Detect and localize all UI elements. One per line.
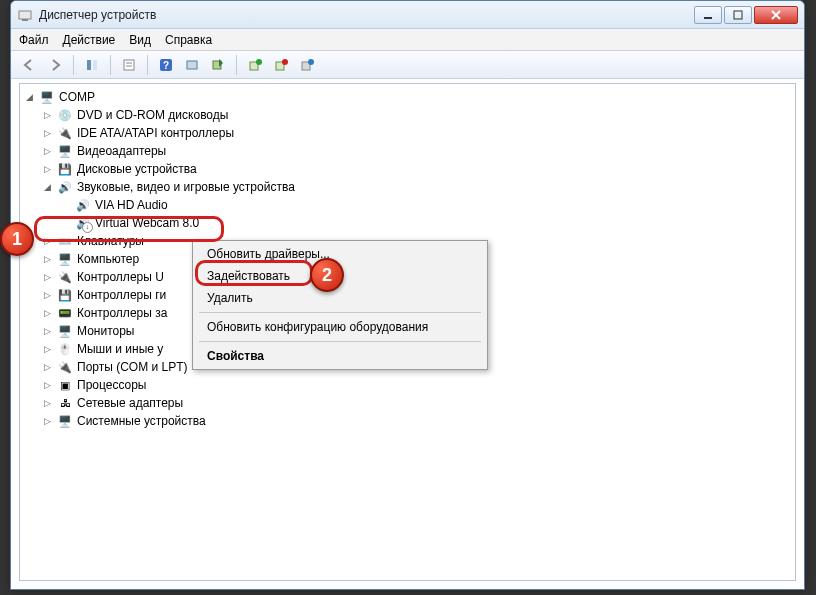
context-menu: Обновить драйверы... Задействовать Удали… [192, 240, 488, 370]
update-driver-button[interactable] [243, 54, 267, 76]
disable-button[interactable] [295, 54, 319, 76]
expand-icon[interactable]: ▷ [42, 254, 53, 265]
tree-item[interactable]: ▷🖧Сетевые адаптеры [20, 394, 795, 412]
tree-item-webcam[interactable]: 🔊Virtual Webcam 8.0 [20, 214, 795, 232]
sound-disabled-icon: 🔊 [75, 215, 91, 231]
item-label: Контроллеры за [77, 306, 167, 320]
toolbar: ? [11, 51, 804, 79]
svg-text:?: ? [163, 60, 169, 71]
close-button[interactable] [754, 6, 798, 24]
menu-view[interactable]: Вид [129, 33, 151, 47]
ctx-delete[interactable]: Удалить [195, 287, 485, 309]
maximize-button[interactable] [724, 6, 752, 24]
menu-file[interactable]: Файл [19, 33, 49, 47]
tree-item[interactable]: ▷▣Процессоры [20, 376, 795, 394]
expand-icon[interactable]: ▷ [42, 128, 53, 139]
usb-icon: 🔌 [57, 269, 73, 285]
svg-rect-0 [19, 11, 31, 19]
forward-button[interactable] [43, 54, 67, 76]
item-label: DVD и CD-ROM дисководы [77, 108, 228, 122]
tree-item[interactable]: ▷💾Дисковые устройства [20, 160, 795, 178]
item-label: Сетевые адаптеры [77, 396, 183, 410]
item-label: Мониторы [77, 324, 134, 338]
tree-item[interactable]: ▷🖥️Системные устройства [20, 412, 795, 430]
controller-icon: 📟 [57, 305, 73, 321]
ctx-update-drivers[interactable]: Обновить драйверы... [195, 243, 485, 265]
properties-button[interactable] [117, 54, 141, 76]
annotation-badge-1: 1 [0, 222, 34, 256]
item-label: Контроллеры U [77, 270, 164, 284]
expand-icon[interactable]: ▷ [42, 164, 53, 175]
tree-item[interactable]: ▷💿DVD и CD-ROM дисководы [20, 106, 795, 124]
item-label: Процессоры [77, 378, 147, 392]
svg-rect-3 [734, 11, 742, 19]
svg-rect-6 [87, 60, 91, 70]
show-hide-button[interactable] [80, 54, 104, 76]
tree-item-sound[interactable]: ◢🔊Звуковые, видео и игровые устройства [20, 178, 795, 196]
window-controls [694, 6, 798, 24]
ide-icon: 🔌 [57, 125, 73, 141]
ctx-rescan[interactable]: Обновить конфигурацию оборудования [195, 316, 485, 338]
item-label: Порты (COM и LPT) [77, 360, 188, 374]
svg-point-20 [308, 59, 314, 65]
expand-icon[interactable]: ▷ [42, 326, 53, 337]
expand-icon[interactable]: ▷ [42, 362, 53, 373]
item-label: Мыши и иные у [77, 342, 163, 356]
computer-icon: 🖥️ [39, 89, 55, 105]
help-button[interactable]: ? [154, 54, 178, 76]
cpu-icon: ▣ [57, 377, 73, 393]
tree-item[interactable]: ▷🖥️Видеоадаптеры [20, 142, 795, 160]
separator [147, 55, 148, 75]
item-label: Системные устройства [77, 414, 206, 428]
separator [236, 55, 237, 75]
window-title: Диспетчер устройств [39, 8, 694, 22]
expand-icon[interactable]: ▷ [42, 236, 53, 247]
menubar: Файл Действие Вид Справка [11, 29, 804, 51]
item-label: VIA HD Audio [95, 198, 168, 212]
ctx-properties[interactable]: Свойства [195, 345, 485, 367]
menu-action[interactable]: Действие [63, 33, 116, 47]
uninstall-button[interactable] [269, 54, 293, 76]
expand-icon[interactable]: ▷ [42, 380, 53, 391]
expand-icon[interactable]: ▷ [42, 308, 53, 319]
item-label: Дисковые устройства [77, 162, 197, 176]
tree-item[interactable]: ▷🔌IDE ATA/ATAPI контроллеры [20, 124, 795, 142]
tree-item[interactable]: 🔊VIA HD Audio [20, 196, 795, 214]
separator [199, 341, 481, 342]
tree-root[interactable]: ◢🖥️COMP [20, 88, 795, 106]
item-label: IDE ATA/ATAPI контроллеры [77, 126, 234, 140]
annotation-badge-2: 2 [310, 258, 344, 292]
enable-button[interactable] [206, 54, 230, 76]
separator [110, 55, 111, 75]
app-icon [17, 7, 33, 23]
scan-button[interactable] [180, 54, 204, 76]
titlebar: Диспетчер устройств [11, 1, 804, 29]
item-label: Virtual Webcam 8.0 [95, 216, 199, 230]
svg-rect-8 [124, 60, 134, 70]
expand-icon[interactable]: ▷ [42, 110, 53, 121]
system-icon: 🖥️ [57, 413, 73, 429]
svg-point-16 [256, 59, 262, 65]
minimize-button[interactable] [694, 6, 722, 24]
svg-point-18 [282, 59, 288, 65]
expand-icon[interactable]: ▷ [42, 146, 53, 157]
back-button[interactable] [17, 54, 41, 76]
expand-icon[interactable]: ▷ [42, 344, 53, 355]
item-label: Звуковые, видео и игровые устройства [77, 180, 295, 194]
display-icon: 🖥️ [57, 143, 73, 159]
expand-icon[interactable]: ▷ [42, 272, 53, 283]
collapse-icon[interactable]: ◢ [42, 182, 53, 193]
collapse-icon[interactable]: ◢ [24, 92, 35, 103]
separator [73, 55, 74, 75]
mouse-icon: 🖱️ [57, 341, 73, 357]
svg-rect-1 [22, 19, 28, 21]
item-label: Видеоадаптеры [77, 144, 166, 158]
expand-icon[interactable]: ▷ [42, 416, 53, 427]
monitor-icon: 🖥️ [57, 323, 73, 339]
disc-icon: 💿 [57, 107, 73, 123]
expand-icon[interactable]: ▷ [42, 290, 53, 301]
item-label: Клавиатуры [77, 234, 144, 248]
expand-icon[interactable]: ▷ [42, 398, 53, 409]
svg-rect-7 [93, 60, 97, 70]
menu-help[interactable]: Справка [165, 33, 212, 47]
